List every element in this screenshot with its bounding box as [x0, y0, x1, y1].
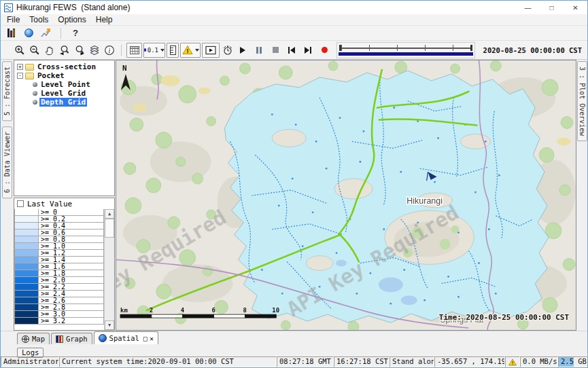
threshold-dot-icon: [144, 48, 146, 52]
menu-item[interactable]: Help: [91, 15, 118, 24]
pan-button[interactable]: [43, 43, 56, 57]
threshold-dropdown[interactable]: 0.1: [143, 43, 165, 58]
tab-close-icon[interactable]: ✕: [150, 335, 154, 342]
status-coordinates: -35.657 , 174.199: [434, 356, 505, 367]
slideshow-icon: [205, 45, 216, 55]
threshold-value: 0.1: [148, 47, 158, 54]
zoom-next-button[interactable]: [73, 43, 86, 57]
grid-display-button[interactable]: [126, 43, 142, 58]
scrollbar-thumb[interactable]: [105, 219, 114, 238]
side-tab[interactable]: 6 : Data Viewer: [2, 126, 12, 198]
step-back-button[interactable]: [285, 43, 298, 57]
close-button[interactable]: ✕: [564, 1, 587, 14]
help-button[interactable]: ?: [69, 26, 82, 40]
menu-item[interactable]: Options: [53, 15, 90, 24]
map-toolbar: i 0.1 ! 2020-08-25 00:00:00 CST: [1, 41, 587, 60]
tree-item[interactable]: - Pocket: [15, 71, 114, 80]
logs-row: Logs: [1, 344, 587, 356]
timeline-datetime: 2020-08-25 00:00:00 CST: [481, 46, 585, 54]
pause-icon: [256, 47, 262, 54]
maximize-button[interactable]: □: [540, 1, 564, 14]
info-button[interactable]: i: [103, 43, 116, 57]
play-button[interactable]: [236, 43, 249, 57]
tab-label: Spatial: [109, 334, 139, 342]
status-memory: 2.5 GB: [558, 356, 587, 367]
title-bar: Hikurangi FEWS (Stand alone) — □ ✕: [1, 1, 587, 14]
status-user: Administrator: [1, 356, 59, 367]
tab-label: Graph: [66, 335, 88, 343]
tree-item-label: Cross-section: [36, 62, 97, 71]
skip-to-end-icon: [305, 47, 311, 54]
ruler-button[interactable]: [167, 43, 179, 58]
right-tab-strip: 3 : Plot Overview: [576, 60, 587, 331]
side-tab[interactable]: 3 : Plot Overview: [577, 61, 587, 141]
map-viewport[interactable]: API Key Required API Key Required Hikura…: [116, 60, 576, 331]
svg-text:N: N: [122, 64, 127, 73]
tree-item[interactable]: Level Point: [15, 80, 114, 89]
tree-item[interactable]: Depth Grid: [15, 98, 114, 107]
svg-text:i: i: [109, 46, 111, 54]
tab-icon: [22, 335, 29, 343]
map-canvas[interactable]: API Key Required API Key Required Hikura…: [116, 60, 576, 330]
zoom-previous-button[interactable]: [58, 43, 71, 57]
scroll-up-icon[interactable]: ▲: [105, 209, 114, 219]
timeline-span-bar[interactable]: [339, 52, 473, 56]
tree-item-label: Level Point: [39, 80, 92, 89]
legend-scrollbar[interactable]: ▲ ▼: [104, 209, 114, 330]
zoom-in-button[interactable]: [13, 43, 27, 57]
tree-item[interactable]: + Cross-section: [15, 62, 114, 71]
side-tab[interactable]: 5 : Forecast: [2, 61, 12, 121]
legend-panel: Last Value >= 0 >= 0.2: [14, 198, 115, 331]
zoom-next-icon: [74, 45, 85, 56]
animation-player-button[interactable]: [202, 43, 220, 58]
scroll-down-icon[interactable]: ▼: [105, 320, 114, 330]
zoom-previous-icon: [59, 45, 70, 56]
bottom-tab[interactable]: Spatial □ ✕: [94, 331, 158, 344]
record-button[interactable]: [317, 43, 331, 57]
step-forward-button[interactable]: [301, 43, 315, 57]
database-explorer-button[interactable]: [4, 26, 18, 40]
play-icon: [240, 47, 245, 54]
warning-icon: !: [508, 358, 517, 366]
layers-button[interactable]: [88, 43, 101, 57]
help-icon: ?: [73, 28, 78, 38]
map-display-button[interactable]: [22, 26, 35, 40]
chart-arrow-icon: [41, 28, 52, 38]
tree-expander-icon[interactable]: -: [17, 73, 23, 79]
pause-button[interactable]: [252, 43, 266, 57]
legend-header: Last Value: [14, 198, 114, 209]
zoom-out-button[interactable]: [28, 43, 41, 57]
animation-clock-icon: [222, 45, 233, 56]
animation-settings-button[interactable]: [221, 43, 235, 57]
status-warning-cell: !: [505, 356, 520, 367]
timeline-slider[interactable]: [336, 42, 475, 58]
spatial-display-button[interactable]: [39, 26, 53, 40]
last-value-checkbox[interactable]: [17, 200, 24, 207]
menu-item[interactable]: File: [2, 15, 24, 24]
minimize-button[interactable]: —: [516, 1, 540, 14]
tree-item-label: Level Grid: [39, 89, 87, 98]
bottom-tab[interactable]: Map □ ✕: [17, 333, 50, 344]
tab-label: Map: [32, 335, 45, 343]
status-system-time: Current system time:2020-09-01 00:00 CST: [59, 356, 277, 367]
legend-row[interactable]: >= 3.2: [14, 317, 104, 325]
record-icon: [322, 47, 328, 53]
books-icon: [7, 29, 15, 37]
tree-item-label: Depth Grid: [39, 98, 87, 107]
tab-maximize-icon[interactable]: □: [143, 335, 148, 342]
toolbar-separator: [121, 45, 122, 56]
stop-button[interactable]: [269, 43, 282, 57]
bottom-tab[interactable]: Graph □ ✕: [51, 333, 92, 344]
tree-item-label: Pocket: [36, 71, 66, 80]
tab-icon: [56, 335, 63, 343]
warning-icon: !: [182, 45, 193, 55]
menu-item[interactable]: Tools: [24, 15, 53, 24]
ruler-icon: [170, 45, 176, 55]
thresholds-warning-dropdown[interactable]: !: [180, 43, 201, 58]
timeline-track[interactable]: [340, 48, 472, 49]
tree-item[interactable]: Level Grid: [15, 89, 114, 98]
zoom-in-icon: [14, 45, 25, 56]
last-value-label: Last Value: [27, 200, 72, 208]
tree-expander-icon[interactable]: +: [17, 64, 23, 70]
svg-text:!: !: [511, 361, 514, 366]
